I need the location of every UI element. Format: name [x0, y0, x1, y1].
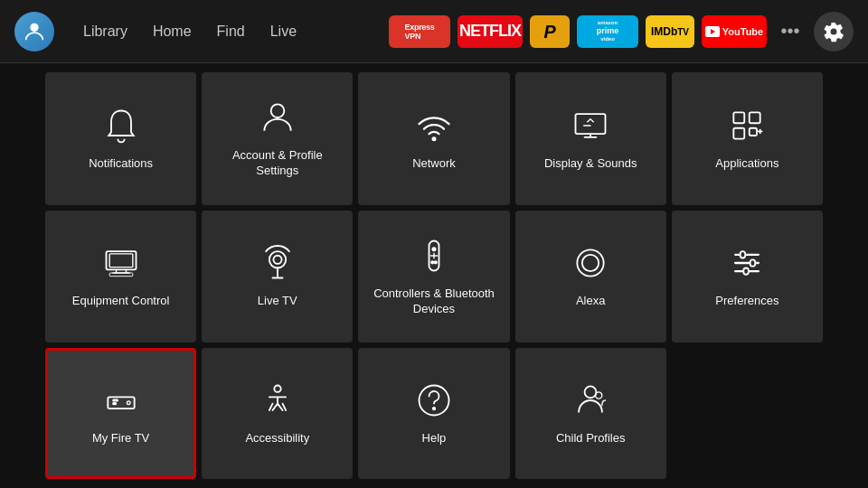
- tile-equipment[interactable]: Equipment Control: [45, 211, 196, 343]
- svg-point-20: [434, 261, 437, 264]
- tile-applications[interactable]: Applications: [672, 72, 823, 205]
- svg-rect-10: [734, 128, 745, 139]
- more-button[interactable]: •••: [774, 15, 807, 48]
- svg-point-6: [432, 137, 436, 141]
- settings-button[interactable]: [814, 12, 854, 52]
- app-prime[interactable]: amazon prime video: [577, 15, 638, 48]
- nav-apps: ExpressVPN NETFLIX P amazon prime video …: [389, 12, 854, 52]
- person-icon: [258, 98, 297, 137]
- app-youtube[interactable]: YouTube: [702, 15, 767, 48]
- nav-links: Library Home Find Live: [72, 18, 307, 45]
- nav-live[interactable]: Live: [259, 18, 307, 45]
- empty-slot: [672, 348, 823, 479]
- svg-point-22: [582, 255, 599, 271]
- tile-notifications[interactable]: Notifications: [45, 72, 196, 205]
- svg-rect-30: [112, 399, 117, 401]
- tile-account[interactable]: Account & Profile Settings: [202, 72, 353, 205]
- svg-rect-7: [576, 114, 606, 134]
- top-navigation: Library Home Find Live ExpressVPN NETFLI…: [0, 0, 868, 63]
- svg-rect-31: [112, 403, 116, 405]
- svg-point-32: [127, 401, 130, 405]
- svg-rect-8: [734, 112, 745, 123]
- tile-alexa[interactable]: Alexa: [515, 211, 666, 343]
- account-label: Account & Profile Settings: [211, 148, 344, 179]
- svg-rect-28: [744, 268, 750, 275]
- svg-rect-13: [109, 254, 133, 267]
- svg-point-5: [270, 105, 284, 118]
- equipment-label: Equipment Control: [72, 294, 170, 309]
- help-icon: [414, 380, 454, 420]
- svg-point-34: [419, 386, 448, 416]
- svg-point-37: [596, 392, 602, 399]
- alexa-label: Alexa: [576, 294, 606, 309]
- accessibility-icon: [258, 380, 297, 420]
- tv-icon: [101, 243, 141, 283]
- preferences-label: Preferences: [715, 294, 778, 309]
- user-avatar[interactable]: [14, 12, 54, 52]
- remote-icon: [414, 236, 454, 276]
- tile-childprofiles[interactable]: Child Profiles: [515, 348, 666, 479]
- tile-controllers[interactable]: Controllers & Bluetooth Devices: [358, 211, 509, 343]
- accessibility-label: Accessibility: [245, 431, 309, 446]
- app-plex[interactable]: P: [530, 15, 570, 48]
- tile-myfiretv[interactable]: My Fire TV: [45, 348, 196, 479]
- app-imdb[interactable]: IMDbTV: [646, 15, 694, 48]
- svg-text:P: P: [543, 22, 556, 42]
- firetv-icon: [101, 380, 141, 420]
- svg-point-0: [30, 23, 38, 31]
- svg-point-36: [585, 387, 597, 399]
- svg-point-33: [274, 386, 280, 392]
- myfiretv-label: My Fire TV: [92, 431, 149, 446]
- svg-rect-9: [750, 112, 760, 123]
- controllers-label: Controllers & Bluetooth Devices: [367, 286, 500, 317]
- tile-accessibility[interactable]: Accessibility: [202, 348, 353, 479]
- display-icon: [571, 106, 610, 145]
- wifi-icon: [414, 106, 454, 145]
- applications-label: Applications: [715, 156, 778, 172]
- tile-help[interactable]: Help: [358, 348, 509, 479]
- apps-icon: [727, 106, 767, 145]
- settings-grid: Notifications Account & Profile Settings: [45, 72, 823, 479]
- svg-point-35: [433, 408, 436, 410]
- svg-point-18: [432, 248, 436, 251]
- livetv-label: Live TV: [258, 294, 297, 309]
- app-netflix[interactable]: NETFLIX: [458, 15, 523, 48]
- childprofile-icon: [571, 380, 610, 420]
- alexa-icon: [571, 243, 610, 283]
- help-label: Help: [422, 431, 447, 446]
- svg-rect-27: [750, 260, 756, 267]
- tile-network[interactable]: Network: [358, 72, 509, 205]
- nav-home[interactable]: Home: [142, 18, 203, 45]
- sliders-icon: [727, 243, 767, 283]
- tile-preferences[interactable]: Preferences: [672, 211, 823, 343]
- tile-display[interactable]: Display & Sounds: [515, 72, 666, 205]
- tile-livetv[interactable]: Live TV: [202, 211, 353, 343]
- svg-point-19: [431, 261, 434, 264]
- display-label: Display & Sounds: [544, 156, 637, 172]
- svg-point-15: [269, 252, 286, 268]
- antenna-icon: [258, 243, 297, 283]
- settings-area: Notifications Account & Profile Settings: [0, 63, 868, 488]
- nav-find[interactable]: Find: [206, 18, 256, 45]
- notifications-label: Notifications: [89, 156, 153, 172]
- nav-library[interactable]: Library: [72, 18, 138, 45]
- app-expressvpn[interactable]: ExpressVPN: [389, 15, 450, 48]
- svg-point-16: [273, 256, 281, 264]
- svg-point-21: [578, 250, 604, 277]
- network-label: Network: [412, 156, 456, 172]
- childprofiles-label: Child Profiles: [556, 431, 626, 446]
- svg-rect-26: [741, 252, 746, 258]
- bell-icon: [101, 106, 141, 145]
- svg-rect-11: [750, 128, 757, 136]
